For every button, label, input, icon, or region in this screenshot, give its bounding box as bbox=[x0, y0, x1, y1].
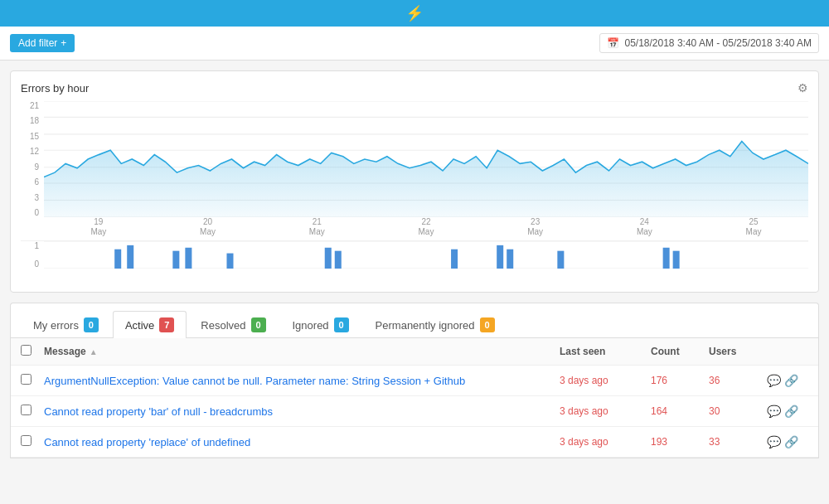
tabs-row: My errors 0 Active 7 Resolved 0 Ignored … bbox=[11, 303, 818, 338]
row-3-message-link[interactable]: Cannot read property 'replace' of undefi… bbox=[44, 436, 250, 448]
message-header-label: Message bbox=[44, 346, 86, 357]
comment-icon[interactable]: 💬 bbox=[767, 435, 781, 448]
errors-table: Message ▲ Last seen Count Users Argument… bbox=[10, 338, 819, 458]
row-1-users: 36 bbox=[709, 375, 767, 386]
users-header: Users bbox=[709, 346, 767, 357]
chart-title-row: Errors by hour ⚙ bbox=[21, 81, 808, 94]
tab-active-label: Active bbox=[125, 319, 154, 332]
svg-rect-14 bbox=[226, 254, 233, 269]
svg-rect-19 bbox=[507, 250, 513, 269]
row-1-message: ArgumentNullException: Value cannot be n… bbox=[44, 375, 560, 387]
count-header: Count bbox=[651, 346, 709, 357]
svg-rect-18 bbox=[497, 245, 503, 269]
add-filter-button[interactable]: Add filter + bbox=[10, 34, 75, 52]
date-range-picker[interactable]: 📅 05/18/2018 3:40 AM - 05/25/2018 3:40 A… bbox=[599, 33, 819, 53]
tab-resolved-badge: 0 bbox=[251, 317, 266, 332]
y-axis: 21 18 15 12 9 6 3 0 bbox=[21, 101, 41, 217]
row-3-last-seen: 3 days ago bbox=[560, 436, 651, 448]
message-header: Message ▲ bbox=[44, 346, 560, 357]
tab-active-badge: 7 bbox=[159, 317, 174, 332]
row-3-check bbox=[21, 435, 44, 448]
select-all-checkbox[interactable] bbox=[21, 345, 32, 356]
svg-rect-21 bbox=[663, 248, 670, 269]
tab-permanently-ignored-badge: 0 bbox=[480, 317, 495, 332]
row-3-users: 33 bbox=[709, 436, 767, 448]
table-row: ArgumentNullException: Value cannot be n… bbox=[11, 366, 818, 396]
comment-icon[interactable]: 💬 bbox=[767, 405, 781, 418]
tab-ignored[interactable]: Ignored 0 bbox=[280, 311, 361, 338]
row-3-checkbox[interactable] bbox=[21, 435, 32, 446]
add-filter-label: Add filter bbox=[18, 37, 57, 49]
svg-rect-13 bbox=[185, 248, 191, 269]
svg-rect-20 bbox=[557, 251, 564, 269]
table-header-row: Message ▲ Last seen Count Users bbox=[11, 338, 818, 366]
row-1-last-seen: 3 days ago bbox=[560, 375, 651, 386]
x-axis-labels: 19May 20May 21May 22May 23May 24May 25Ma… bbox=[44, 217, 808, 234]
table-row: Cannot read property 'replace' of undefi… bbox=[11, 427, 818, 458]
calendar-icon: 📅 bbox=[607, 37, 619, 49]
tab-permanently-ignored[interactable]: Permanently ignored 0 bbox=[363, 311, 507, 338]
top-bar: ⚡ bbox=[0, 0, 829, 27]
row-1-message-link[interactable]: ArgumentNullException: Value cannot be n… bbox=[44, 375, 465, 387]
svg-rect-17 bbox=[451, 250, 458, 269]
svg-rect-11 bbox=[127, 245, 133, 269]
row-2-actions: 💬 🔗 bbox=[767, 405, 808, 418]
svg-rect-16 bbox=[335, 251, 342, 269]
chart-canvas-area bbox=[44, 101, 808, 217]
tab-resolved-label: Resolved bbox=[201, 319, 245, 332]
chart-settings-button[interactable]: ⚙ bbox=[797, 81, 808, 94]
sort-icon: ▲ bbox=[90, 347, 98, 356]
row-3-count: 193 bbox=[651, 436, 709, 448]
row-2-users: 30 bbox=[709, 405, 767, 417]
link-icon[interactable]: 🔗 bbox=[784, 405, 798, 418]
main-chart: 21 18 15 12 9 6 3 0 bbox=[21, 101, 808, 234]
row-2-check bbox=[21, 405, 44, 418]
row-3-actions: 💬 🔗 bbox=[767, 435, 808, 448]
row-1-count: 176 bbox=[651, 375, 709, 386]
filter-bar: Add filter + 📅 05/18/2018 3:40 AM - 05/2… bbox=[0, 27, 829, 61]
mini-chart-canvas bbox=[44, 241, 808, 269]
row-2-checkbox[interactable] bbox=[21, 405, 32, 415]
tab-my-errors-label: My errors bbox=[33, 319, 79, 332]
row-1-actions: 💬 🔗 bbox=[767, 374, 808, 387]
tab-my-errors-badge: 0 bbox=[84, 317, 99, 332]
row-3-message: Cannot read property 'replace' of undefi… bbox=[44, 436, 560, 448]
row-1-checkbox[interactable] bbox=[21, 374, 32, 385]
chart-title-text: Errors by hour bbox=[21, 82, 89, 94]
date-range-text: 05/18/2018 3:40 AM - 05/25/2018 3:40 AM bbox=[624, 37, 812, 49]
link-icon[interactable]: 🔗 bbox=[784, 374, 798, 387]
svg-rect-10 bbox=[114, 250, 121, 269]
svg-rect-15 bbox=[325, 248, 332, 269]
mini-bar-chart: 1 0 bbox=[21, 240, 808, 282]
comment-icon[interactable]: 💬 bbox=[767, 374, 781, 387]
last-seen-header: Last seen bbox=[560, 346, 651, 357]
table-row: Cannot read property 'bar' of null - bre… bbox=[11, 396, 818, 427]
plus-icon: + bbox=[61, 37, 66, 49]
last-seen-header-label: Last seen bbox=[560, 346, 605, 357]
select-all-col bbox=[21, 345, 44, 358]
tab-my-errors[interactable]: My errors 0 bbox=[21, 311, 111, 338]
row-1-check bbox=[21, 374, 44, 387]
row-2-count: 164 bbox=[651, 405, 709, 417]
tab-resolved[interactable]: Resolved 0 bbox=[188, 311, 278, 338]
row-2-last-seen: 3 days ago bbox=[560, 405, 651, 417]
lightning-icon: ⚡ bbox=[405, 4, 424, 22]
users-header-label: Users bbox=[709, 346, 736, 357]
tabs-section: My errors 0 Active 7 Resolved 0 Ignored … bbox=[10, 303, 819, 338]
tab-ignored-badge: 0 bbox=[334, 317, 349, 332]
svg-rect-12 bbox=[172, 251, 179, 269]
chart-section: Errors by hour ⚙ 21 18 15 12 9 6 3 0 bbox=[10, 70, 819, 293]
link-icon[interactable]: 🔗 bbox=[784, 435, 798, 448]
mini-y-axis: 1 0 bbox=[21, 241, 41, 269]
count-header-label: Count bbox=[651, 346, 680, 357]
tab-active[interactable]: Active 7 bbox=[113, 311, 187, 338]
row-2-message-link[interactable]: Cannot read property 'bar' of null - bre… bbox=[44, 405, 273, 418]
tab-permanently-ignored-label: Permanently ignored bbox=[376, 319, 475, 332]
svg-rect-22 bbox=[673, 251, 680, 269]
row-2-message: Cannot read property 'bar' of null - bre… bbox=[44, 405, 560, 418]
tab-ignored-label: Ignored bbox=[293, 319, 329, 332]
